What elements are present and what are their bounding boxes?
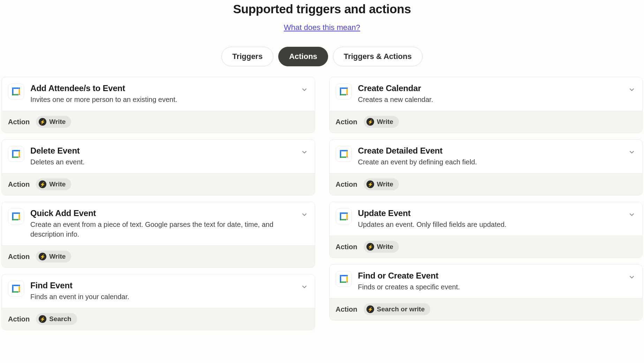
svg-rect-25: [14, 285, 19, 286]
chevron-down-icon: [628, 273, 636, 281]
google-calendar-icon: [8, 83, 24, 99]
foot-label-action: Action: [336, 118, 357, 126]
card-desc: Updates an event. Only filled fields are…: [358, 220, 622, 229]
svg-rect-3: [12, 89, 14, 94]
badge-text: Write: [377, 180, 393, 188]
svg-rect-45: [340, 150, 341, 151]
svg-rect-38: [346, 88, 348, 89]
svg-rect-28: [19, 286, 20, 291]
badge-text: Write: [377, 243, 393, 251]
google-calendar-icon: [336, 146, 352, 162]
card-title: Delete Event: [30, 146, 294, 156]
svg-rect-56: [341, 276, 346, 282]
svg-rect-10: [14, 157, 19, 158]
svg-rect-50: [341, 219, 346, 221]
card-title: Find or Create Event: [358, 271, 622, 281]
header: Supported triggers and actions What does…: [0, 2, 644, 38]
svg-rect-54: [346, 213, 348, 214]
svg-rect-21: [12, 213, 14, 214]
filter-both[interactable]: Triggers & Actions: [333, 47, 423, 66]
svg-rect-35: [340, 89, 341, 94]
svg-rect-43: [340, 151, 341, 157]
card-desc: Deletes an event.: [30, 157, 294, 167]
chevron-down-icon: [300, 283, 309, 291]
action-card[interactable]: Add Attendee/s to Event Invites one or m…: [1, 77, 315, 133]
svg-rect-47: [340, 157, 341, 158]
svg-rect-48: [341, 214, 346, 219]
badge-text: Write: [49, 118, 66, 126]
card-title: Create Calendar: [358, 83, 622, 93]
bolt-icon: ⚡: [366, 180, 374, 188]
google-calendar-icon: [8, 281, 24, 297]
svg-rect-59: [340, 276, 341, 282]
card-desc: Invites one or more person to an existin…: [30, 95, 294, 104]
svg-rect-60: [346, 276, 348, 282]
badge-text: Search or write: [377, 305, 425, 313]
svg-rect-32: [341, 89, 346, 94]
svg-rect-9: [14, 150, 19, 151]
google-calendar-icon: [8, 208, 24, 224]
operation-badge: ⚡ Write: [36, 116, 71, 128]
chevron-down-icon: [628, 86, 636, 94]
operation-badge: ⚡ Write: [36, 178, 71, 190]
filter-triggers[interactable]: Triggers: [221, 47, 273, 66]
action-card[interactable]: Create Detailed Event Create an event by…: [329, 139, 643, 195]
bolt-icon: ⚡: [39, 118, 46, 126]
svg-rect-15: [12, 157, 14, 158]
cards-column-left: Add Attendee/s to Event Invites one or m…: [1, 77, 315, 330]
svg-rect-36: [346, 89, 348, 94]
google-calendar-icon: [336, 208, 352, 224]
svg-rect-34: [341, 94, 346, 96]
card-desc: Create an event by defining each field.: [358, 157, 622, 167]
svg-rect-6: [19, 88, 20, 89]
badge-text: Search: [49, 315, 71, 323]
action-card[interactable]: Quick Add Event Create an event from a p…: [1, 202, 315, 268]
svg-rect-18: [14, 219, 19, 221]
badge-text: Write: [49, 253, 66, 260]
page-title: Supported triggers and actions: [0, 2, 644, 16]
svg-rect-23: [12, 219, 14, 221]
bolt-icon: ⚡: [39, 180, 46, 188]
svg-rect-17: [14, 213, 19, 214]
svg-rect-14: [19, 150, 20, 151]
svg-rect-31: [12, 291, 14, 293]
svg-rect-20: [19, 214, 20, 219]
help-link[interactable]: What does this mean?: [284, 23, 360, 32]
svg-rect-37: [340, 88, 341, 89]
action-card[interactable]: Create Calendar Creates a new calendar. …: [329, 77, 643, 133]
svg-rect-2: [14, 94, 19, 96]
card-title: Create Detailed Event: [358, 146, 622, 156]
svg-rect-12: [19, 151, 20, 157]
operation-badge: ⚡ Write: [36, 251, 71, 262]
card-title: Add Attendee/s to Event: [30, 83, 294, 93]
svg-rect-27: [12, 286, 14, 291]
filter-actions[interactable]: Actions: [278, 47, 328, 66]
svg-rect-39: [340, 94, 341, 96]
action-card[interactable]: Find Event Finds an event in your calend…: [1, 274, 315, 330]
bolt-icon: ⚡: [39, 253, 46, 260]
svg-rect-0: [14, 89, 19, 94]
svg-rect-51: [340, 214, 341, 219]
chevron-down-icon: [628, 148, 636, 156]
svg-rect-11: [12, 151, 14, 157]
svg-rect-58: [341, 282, 346, 283]
svg-rect-24: [14, 286, 19, 291]
svg-rect-5: [12, 88, 14, 89]
foot-label-action: Action: [8, 253, 30, 261]
chevron-down-icon: [628, 210, 636, 219]
operation-badge: ⚡ Search or write: [364, 303, 430, 315]
foot-label-action: Action: [8, 315, 30, 323]
action-card[interactable]: Update Event Updates an event. Only fill…: [329, 202, 643, 258]
card-title: Quick Add Event: [30, 208, 294, 218]
svg-rect-44: [346, 151, 348, 157]
svg-rect-7: [12, 94, 14, 96]
chevron-down-icon: [300, 210, 309, 219]
svg-rect-16: [14, 214, 19, 219]
operation-badge: ⚡ Write: [364, 116, 399, 128]
google-calendar-icon: [8, 146, 24, 162]
action-card[interactable]: Find or Create Event Finds or creates a …: [329, 264, 643, 320]
svg-rect-42: [341, 157, 346, 158]
chevron-down-icon: [300, 86, 309, 94]
svg-rect-29: [12, 285, 14, 286]
action-card[interactable]: Delete Event Deletes an event. Action ⚡ …: [1, 139, 315, 195]
